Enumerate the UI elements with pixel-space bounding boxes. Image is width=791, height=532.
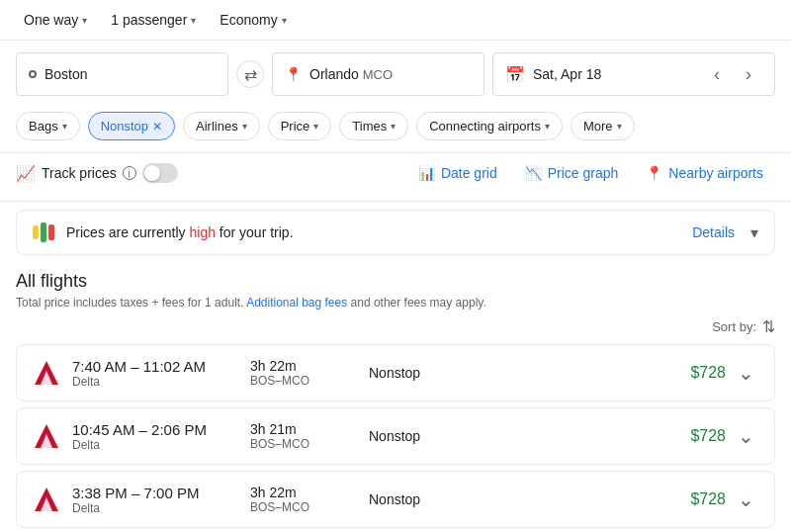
track-prices-toggle[interactable] (142, 163, 178, 183)
price-filter-label: Price (281, 119, 310, 133)
origin-icon (29, 70, 37, 78)
date-value: Sat, Apr 18 (533, 66, 601, 82)
swap-button[interactable]: ⇄ (236, 60, 264, 88)
times-filter-label: Times (352, 119, 387, 133)
bags-chevron-icon: ▾ (62, 121, 67, 132)
passengers-selector[interactable]: 1 passenger ▾ (103, 8, 204, 32)
times-chevron-icon: ▾ (391, 121, 396, 132)
origin-field[interactable]: Boston (16, 52, 228, 96)
airline-logo (33, 359, 60, 387)
flight-card[interactable]: 10:45 AM – 2:06 PM Delta 3h 21m BOS–MCO … (16, 407, 775, 465)
flight-duration: 3h 22m BOS–MCO (250, 485, 349, 514)
destination-value: Orlando MCO (309, 66, 393, 82)
details-button[interactable]: Details (692, 224, 735, 240)
flight-stops: Nonstop (369, 428, 468, 444)
origin-value: Boston (44, 66, 88, 82)
price-alert-bar: Prices are currently high for your trip.… (16, 210, 775, 255)
price-graph-icon: 📉 (525, 165, 542, 181)
tools-right: 📊 Date grid 📉 Price graph 📍 Nearby airpo… (406, 157, 775, 189)
bags-filter[interactable]: Bags ▾ (16, 112, 80, 140)
flight-duration: 3h 22m BOS–MCO (250, 358, 349, 388)
more-filter-label: More (583, 119, 613, 133)
search-bar: Boston ⇄ 📍 Orlando MCO 📅 Sat, Apr 18 ‹ › (0, 41, 791, 108)
price-chevron-icon: ▾ (313, 121, 318, 132)
airlines-filter[interactable]: Airlines ▾ (183, 112, 260, 140)
more-chevron-icon: ▾ (617, 121, 622, 132)
flight-time-range: 7:40 AM – 11:02 AM (72, 358, 230, 375)
flight-duration-time: 3h 22m (250, 485, 349, 500)
flight-duration: 3h 21m BOS–MCO (250, 421, 349, 451)
nearby-airports-label: Nearby airports (668, 165, 763, 181)
swap-icon: ⇄ (244, 65, 257, 84)
flight-airline: Delta (72, 375, 230, 389)
cabin-class-selector[interactable]: Economy ▾ (212, 8, 294, 32)
times-filter[interactable]: Times ▾ (339, 112, 408, 140)
nearby-airports-icon: 📍 (646, 165, 662, 181)
delta-logo-svg (33, 486, 60, 513)
price-graph-label: Price graph (548, 165, 619, 181)
date-prev-button[interactable]: ‹ (703, 60, 731, 88)
passengers-label: 1 passenger (111, 12, 187, 28)
flight-duration-time: 3h 21m (250, 421, 349, 437)
date-grid-label: Date grid (441, 165, 497, 181)
cabin-class-chevron: ▾ (282, 15, 287, 26)
passengers-chevron: ▾ (191, 15, 196, 26)
connecting-chevron-icon: ▾ (545, 121, 550, 132)
all-flights-title: All flights (16, 271, 775, 292)
price-alert-icon (33, 222, 54, 242)
date-next-button[interactable]: › (735, 60, 762, 88)
trip-type-selector[interactable]: One way ▾ (16, 8, 95, 32)
filter-bar: Bags ▾ Nonstop ✕ Airlines ▾ Price ▾ Time… (0, 108, 791, 152)
trip-type-chevron: ▾ (82, 15, 87, 26)
flight-times: 7:40 AM – 11:02 AM Delta (72, 358, 230, 389)
flight-list: 7:40 AM – 11:02 AM Delta 3h 22m BOS–MCO … (16, 344, 775, 532)
airline-logo (33, 422, 60, 450)
destination-field[interactable]: 📍 Orlando MCO (272, 52, 484, 96)
price-filter[interactable]: Price ▾ (268, 112, 332, 140)
cabin-class-label: Economy (220, 12, 277, 28)
flight-expand-button[interactable]: ⌄ (734, 357, 758, 389)
sort-icon[interactable]: ⇅ (762, 317, 775, 336)
flight-route: BOS–MCO (250, 500, 349, 514)
date-field[interactable]: 📅 Sat, Apr 18 ‹ › (492, 52, 775, 96)
price-alert-text: Prices are currently high for your trip. (66, 224, 680, 240)
flights-section: All flights Total price includes taxes +… (0, 263, 791, 532)
nonstop-close-icon[interactable]: ✕ (152, 120, 162, 133)
connecting-airports-label: Connecting airports (429, 119, 541, 133)
nearby-airports-button[interactable]: 📍 Nearby airports (634, 157, 775, 189)
bar-mid (41, 222, 46, 242)
airline-logo (33, 486, 60, 513)
sort-label: Sort by: (712, 319, 756, 334)
flight-times: 10:45 AM – 2:06 PM Delta (72, 421, 230, 452)
nonstop-filter[interactable]: Nonstop ✕ (88, 112, 175, 140)
flight-expand-button[interactable]: ⌄ (734, 420, 758, 452)
calendar-icon: 📅 (505, 65, 525, 84)
flight-stops: Nonstop (369, 365, 468, 381)
flight-price: $728 (690, 490, 726, 508)
additional-fees-link[interactable]: Additional bag fees (246, 296, 347, 310)
price-graph-button[interactable]: 📉 Price graph (513, 157, 631, 189)
flight-airline: Delta (72, 438, 230, 452)
flight-time-range: 3:38 PM – 7:00 PM (72, 485, 230, 501)
flights-subtitle: Total price includes taxes + fees for 1 … (16, 296, 775, 310)
more-filter[interactable]: More ▾ (571, 112, 635, 140)
flight-route: BOS–MCO (250, 374, 349, 388)
top-bar: One way ▾ 1 passenger ▾ Economy ▾ (0, 0, 791, 41)
flight-card[interactable]: 7:40 AM – 11:02 AM Delta 3h 22m BOS–MCO … (16, 344, 775, 401)
connecting-airports-filter[interactable]: Connecting airports ▾ (416, 112, 563, 140)
track-prices-info-icon[interactable]: i (123, 166, 136, 180)
flight-airline: Delta (72, 501, 230, 515)
bar-low (33, 225, 39, 239)
flight-expand-button[interactable]: ⌄ (734, 484, 758, 515)
destination-pin-icon: 📍 (285, 66, 302, 82)
flight-card[interactable]: 3:38 PM – 7:00 PM Delta 3h 22m BOS–MCO N… (16, 471, 775, 528)
tools-bar: 📈 Track prices i 📊 Date grid 📉 Price gra… (0, 152, 791, 202)
flight-duration-time: 3h 22m (250, 358, 349, 374)
track-prices-section: 📈 Track prices i (16, 163, 178, 183)
trip-type-label: One way (24, 12, 78, 28)
bags-filter-label: Bags (29, 119, 58, 133)
flight-route: BOS–MCO (250, 437, 349, 451)
airlines-chevron-icon: ▾ (242, 121, 247, 132)
bar-high (48, 224, 54, 240)
date-grid-button[interactable]: 📊 Date grid (406, 157, 509, 189)
